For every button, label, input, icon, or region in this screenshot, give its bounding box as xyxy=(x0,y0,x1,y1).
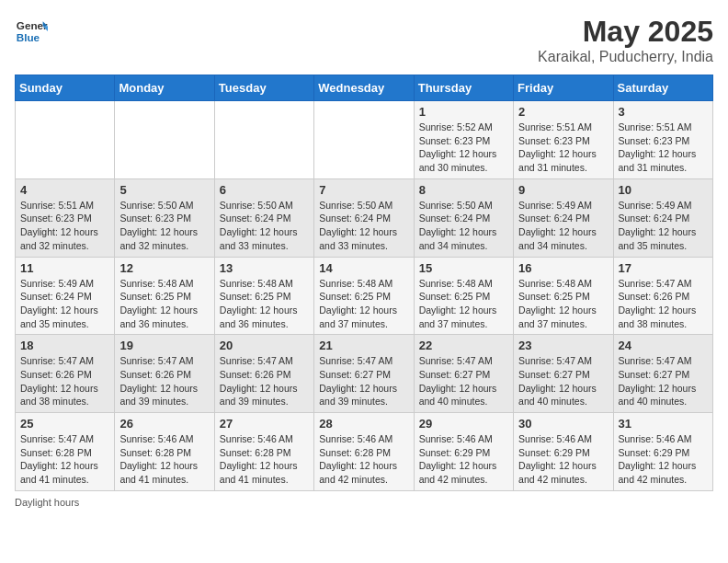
day-number: 4 xyxy=(20,183,109,197)
column-header-friday: Friday xyxy=(514,75,613,101)
day-info: Sunrise: 5:46 AM Sunset: 6:29 PM Dayligh… xyxy=(619,432,708,487)
day-number: 11 xyxy=(20,261,109,275)
day-info: Sunrise: 5:49 AM Sunset: 6:24 PM Dayligh… xyxy=(619,199,708,253)
calendar-cell: 2Sunrise: 5:51 AM Sunset: 6:23 PM Daylig… xyxy=(514,101,613,179)
day-info: Sunrise: 5:47 AM Sunset: 6:27 PM Dayligh… xyxy=(419,354,508,408)
day-info: Sunrise: 5:50 AM Sunset: 6:24 PM Dayligh… xyxy=(220,199,309,253)
calendar-cell: 27Sunrise: 5:46 AM Sunset: 6:28 PM Dayli… xyxy=(214,413,313,491)
calendar-cell xyxy=(314,101,414,179)
day-number: 10 xyxy=(619,183,708,197)
header: General Blue May 2025 Karaikal, Puducher… xyxy=(15,15,713,65)
day-info: Sunrise: 5:48 AM Sunset: 6:25 PM Dayligh… xyxy=(518,277,608,331)
calendar-cell: 13Sunrise: 5:48 AM Sunset: 6:25 PM Dayli… xyxy=(214,257,313,335)
calendar-table: SundayMondayTuesdayWednesdayThursdayFrid… xyxy=(15,75,713,491)
day-number: 8 xyxy=(419,183,508,197)
day-info: Sunrise: 5:47 AM Sunset: 6:27 PM Dayligh… xyxy=(518,354,608,408)
day-info: Sunrise: 5:52 AM Sunset: 6:23 PM Dayligh… xyxy=(419,121,508,175)
day-info: Sunrise: 5:47 AM Sunset: 6:27 PM Dayligh… xyxy=(319,354,408,408)
svg-text:Blue: Blue xyxy=(17,31,40,43)
calendar-cell: 1Sunrise: 5:52 AM Sunset: 6:23 PM Daylig… xyxy=(414,101,513,179)
day-info: Sunrise: 5:46 AM Sunset: 6:28 PM Dayligh… xyxy=(319,432,408,487)
calendar-cell: 30Sunrise: 5:46 AM Sunset: 6:29 PM Dayli… xyxy=(514,413,613,491)
day-info: Sunrise: 5:47 AM Sunset: 6:28 PM Dayligh… xyxy=(20,432,109,487)
day-number: 3 xyxy=(619,105,708,119)
day-number: 20 xyxy=(220,339,309,352)
calendar-cell: 7Sunrise: 5:50 AM Sunset: 6:24 PM Daylig… xyxy=(314,178,414,257)
day-number: 1 xyxy=(419,105,508,119)
calendar-cell: 12Sunrise: 5:48 AM Sunset: 6:25 PM Dayli… xyxy=(115,257,214,335)
title-location: Karaikal, Puducherry, India xyxy=(538,49,713,65)
day-number: 29 xyxy=(419,417,508,431)
day-info: Sunrise: 5:47 AM Sunset: 6:26 PM Dayligh… xyxy=(220,354,309,408)
calendar-cell: 28Sunrise: 5:46 AM Sunset: 6:28 PM Dayli… xyxy=(314,413,414,491)
day-number: 28 xyxy=(319,417,408,431)
day-number: 18 xyxy=(20,339,109,352)
day-number: 22 xyxy=(419,339,508,352)
calendar-cell: 26Sunrise: 5:46 AM Sunset: 6:28 PM Dayli… xyxy=(115,413,214,491)
calendar-week-row: 11Sunrise: 5:49 AM Sunset: 6:24 PM Dayli… xyxy=(16,257,713,335)
day-info: Sunrise: 5:46 AM Sunset: 6:29 PM Dayligh… xyxy=(419,432,508,487)
footer-text: Daylight hours xyxy=(15,497,79,508)
calendar-cell: 21Sunrise: 5:47 AM Sunset: 6:27 PM Dayli… xyxy=(314,335,414,413)
day-number: 2 xyxy=(518,105,608,119)
calendar-cell: 4Sunrise: 5:51 AM Sunset: 6:23 PM Daylig… xyxy=(16,178,115,257)
day-number: 15 xyxy=(419,261,508,275)
day-number: 26 xyxy=(119,417,209,431)
calendar-cell: 6Sunrise: 5:50 AM Sunset: 6:24 PM Daylig… xyxy=(214,178,313,257)
calendar-header-row: SundayMondayTuesdayWednesdayThursdayFrid… xyxy=(16,75,713,101)
calendar-week-row: 25Sunrise: 5:47 AM Sunset: 6:28 PM Dayli… xyxy=(16,413,713,491)
day-info: Sunrise: 5:50 AM Sunset: 6:23 PM Dayligh… xyxy=(119,199,209,253)
calendar-cell: 24Sunrise: 5:47 AM Sunset: 6:27 PM Dayli… xyxy=(613,335,712,413)
day-number: 23 xyxy=(518,339,608,352)
day-number: 17 xyxy=(619,261,708,275)
calendar-cell: 29Sunrise: 5:46 AM Sunset: 6:29 PM Dayli… xyxy=(414,413,513,491)
day-number: 13 xyxy=(220,261,309,275)
day-info: Sunrise: 5:50 AM Sunset: 6:24 PM Dayligh… xyxy=(319,199,408,253)
calendar-cell: 17Sunrise: 5:47 AM Sunset: 6:26 PM Dayli… xyxy=(613,257,712,335)
calendar-cell xyxy=(214,101,313,179)
calendar-cell: 18Sunrise: 5:47 AM Sunset: 6:26 PM Dayli… xyxy=(16,335,115,413)
day-number: 5 xyxy=(119,183,209,197)
column-header-wednesday: Wednesday xyxy=(314,75,414,101)
footer-note: Daylight hours xyxy=(15,497,713,508)
calendar-cell: 3Sunrise: 5:51 AM Sunset: 6:23 PM Daylig… xyxy=(613,101,712,179)
logo-icon: General Blue xyxy=(15,15,48,48)
day-number: 27 xyxy=(220,417,309,431)
title-month: May 2025 xyxy=(538,15,713,49)
calendar-cell: 22Sunrise: 5:47 AM Sunset: 6:27 PM Dayli… xyxy=(414,335,513,413)
calendar-cell: 20Sunrise: 5:47 AM Sunset: 6:26 PM Dayli… xyxy=(214,335,313,413)
day-info: Sunrise: 5:48 AM Sunset: 6:25 PM Dayligh… xyxy=(119,277,209,331)
calendar-cell: 16Sunrise: 5:48 AM Sunset: 6:25 PM Dayli… xyxy=(514,257,613,335)
title-block: May 2025 Karaikal, Puducherry, India xyxy=(538,15,713,65)
calendar-cell: 8Sunrise: 5:50 AM Sunset: 6:24 PM Daylig… xyxy=(414,178,513,257)
day-info: Sunrise: 5:48 AM Sunset: 6:25 PM Dayligh… xyxy=(419,277,508,331)
day-number: 19 xyxy=(119,339,209,352)
day-number: 14 xyxy=(319,261,408,275)
day-number: 12 xyxy=(119,261,209,275)
day-number: 16 xyxy=(518,261,608,275)
calendar-cell: 19Sunrise: 5:47 AM Sunset: 6:26 PM Dayli… xyxy=(115,335,214,413)
day-info: Sunrise: 5:47 AM Sunset: 6:26 PM Dayligh… xyxy=(20,354,109,408)
column-header-monday: Monday xyxy=(115,75,214,101)
day-info: Sunrise: 5:46 AM Sunset: 6:28 PM Dayligh… xyxy=(220,432,309,487)
day-info: Sunrise: 5:47 AM Sunset: 6:26 PM Dayligh… xyxy=(119,354,209,408)
calendar-cell xyxy=(115,101,214,179)
calendar-cell: 25Sunrise: 5:47 AM Sunset: 6:28 PM Dayli… xyxy=(16,413,115,491)
calendar-cell: 10Sunrise: 5:49 AM Sunset: 6:24 PM Dayli… xyxy=(613,178,712,257)
calendar-cell: 31Sunrise: 5:46 AM Sunset: 6:29 PM Dayli… xyxy=(613,413,712,491)
column-header-saturday: Saturday xyxy=(613,75,712,101)
day-info: Sunrise: 5:51 AM Sunset: 6:23 PM Dayligh… xyxy=(619,121,708,175)
day-info: Sunrise: 5:48 AM Sunset: 6:25 PM Dayligh… xyxy=(220,277,309,331)
column-header-tuesday: Tuesday xyxy=(214,75,313,101)
calendar-week-row: 18Sunrise: 5:47 AM Sunset: 6:26 PM Dayli… xyxy=(16,335,713,413)
column-header-sunday: Sunday xyxy=(16,75,115,101)
day-number: 25 xyxy=(20,417,109,431)
calendar-cell: 14Sunrise: 5:48 AM Sunset: 6:25 PM Dayli… xyxy=(314,257,414,335)
day-number: 24 xyxy=(619,339,708,352)
day-info: Sunrise: 5:51 AM Sunset: 6:23 PM Dayligh… xyxy=(20,199,109,253)
logo: General Blue xyxy=(15,15,48,48)
calendar-cell xyxy=(16,101,115,179)
day-info: Sunrise: 5:48 AM Sunset: 6:25 PM Dayligh… xyxy=(319,277,408,331)
day-info: Sunrise: 5:47 AM Sunset: 6:27 PM Dayligh… xyxy=(619,354,708,408)
day-number: 9 xyxy=(518,183,608,197)
